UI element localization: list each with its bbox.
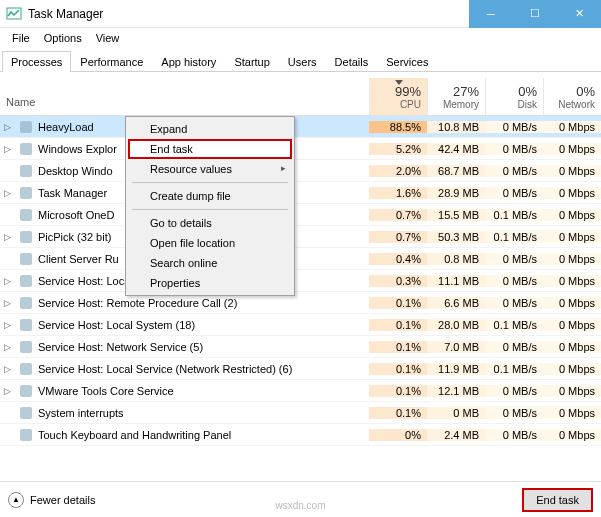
tab-processes[interactable]: Processes xyxy=(2,51,71,72)
cpu-cell: 2.0% xyxy=(369,165,427,177)
expand-icon[interactable]: ▷ xyxy=(0,320,14,330)
col-network[interactable]: 0% Network xyxy=(543,78,601,115)
network-cell: 0 Mbps xyxy=(543,385,601,397)
svg-rect-4 xyxy=(20,187,32,199)
expand-icon[interactable]: ▷ xyxy=(0,122,14,132)
table-row[interactable]: ▷Task Manager1.6%28.9 MB0 MB/s0 Mbps xyxy=(0,182,601,204)
network-cell: 0 Mbps xyxy=(543,297,601,309)
maximize-button[interactable]: ☐ xyxy=(513,0,557,28)
table-row[interactable]: Touch Keyboard and Handwriting Panel0%2.… xyxy=(0,424,601,446)
tab-app-history[interactable]: App history xyxy=(152,51,225,72)
memory-cell: 11.1 MB xyxy=(427,275,485,287)
table-row[interactable]: Client Server Ru0.4%0.8 MB0 MB/s0 Mbps xyxy=(0,248,601,270)
table-row[interactable]: ▷VMware Tools Core Service0.1%12.1 MB0 M… xyxy=(0,380,601,402)
expand-icon[interactable]: ▷ xyxy=(0,188,14,198)
disk-cell: 0 MB/s xyxy=(485,341,543,353)
process-icon xyxy=(18,141,34,157)
context-menu-item[interactable]: Create dump file xyxy=(128,186,292,206)
process-icon xyxy=(18,163,34,179)
svg-rect-5 xyxy=(20,209,32,221)
expand-icon[interactable]: ▷ xyxy=(0,232,14,242)
close-button[interactable]: ✕ xyxy=(557,0,601,28)
menu-view[interactable]: View xyxy=(90,30,126,46)
context-menu-item[interactable]: Properties xyxy=(128,273,292,293)
network-cell: 0 Mbps xyxy=(543,253,601,265)
context-menu-item[interactable]: Expand xyxy=(128,119,292,139)
col-memory-label: Memory xyxy=(434,99,479,110)
window-buttons: ─ ☐ ✕ xyxy=(469,0,601,28)
process-icon xyxy=(18,295,34,311)
chevron-up-icon: ▲ xyxy=(8,492,24,508)
memory-cell: 0.8 MB xyxy=(427,253,485,265)
expand-icon[interactable]: ▷ xyxy=(0,276,14,286)
disk-cell: 0 MB/s xyxy=(485,275,543,287)
expand-icon[interactable]: ▷ xyxy=(0,364,14,374)
disk-cell: 0 MB/s xyxy=(485,385,543,397)
menu-file[interactable]: File xyxy=(6,30,36,46)
network-cell: 0 Mbps xyxy=(543,341,601,353)
expand-icon[interactable]: ▷ xyxy=(0,386,14,396)
tab-startup[interactable]: Startup xyxy=(225,51,278,72)
cpu-cell: 0.1% xyxy=(369,385,427,397)
svg-rect-15 xyxy=(20,429,32,441)
table-row[interactable]: Desktop Windo2.0%68.7 MB0 MB/s0 Mbps xyxy=(0,160,601,182)
col-memory-pct: 27% xyxy=(434,84,479,99)
table-row[interactable]: ▷Windows Explor5.2%42.4 MB0 MB/s0 Mbps xyxy=(0,138,601,160)
fewer-details[interactable]: ▲ Fewer details xyxy=(8,492,95,508)
context-menu: ExpandEnd taskResource valuesCreate dump… xyxy=(125,116,295,296)
context-menu-item[interactable]: End task xyxy=(128,139,292,159)
menu-options[interactable]: Options xyxy=(38,30,88,46)
table-row[interactable]: ▷Service Host: Network Service (5)0.1%7.… xyxy=(0,336,601,358)
table-row[interactable]: ▷Service Host: Local Service (No Network… xyxy=(0,270,601,292)
context-menu-item[interactable]: Open file location xyxy=(128,233,292,253)
disk-cell: 0 MB/s xyxy=(485,429,543,441)
disk-cell: 0 MB/s xyxy=(485,187,543,199)
fewer-details-label: Fewer details xyxy=(30,494,95,506)
table-row[interactable]: ▷Service Host: Local Service (Network Re… xyxy=(0,358,601,380)
col-cpu[interactable]: 99% CPU xyxy=(369,78,427,115)
memory-cell: 7.0 MB xyxy=(427,341,485,353)
expand-icon[interactable]: ▷ xyxy=(0,342,14,352)
end-task-button[interactable]: End task xyxy=(522,488,593,512)
network-cell: 0 Mbps xyxy=(543,121,601,133)
network-cell: 0 Mbps xyxy=(543,363,601,375)
disk-cell: 0 MB/s xyxy=(485,143,543,155)
context-menu-item[interactable]: Resource values xyxy=(128,159,292,179)
tab-details[interactable]: Details xyxy=(326,51,378,72)
table-row[interactable]: ▷HeavyLoad88.5%10.8 MB0 MB/s0 Mbps xyxy=(0,116,601,138)
window-title: Task Manager xyxy=(28,7,469,21)
process-icon xyxy=(18,185,34,201)
tab-performance[interactable]: Performance xyxy=(71,51,152,72)
disk-cell: 0.1 MB/s xyxy=(485,319,543,331)
expand-icon[interactable]: ▷ xyxy=(0,298,14,308)
table-row[interactable]: System interrupts0.1%0 MB0 MB/s0 Mbps xyxy=(0,402,601,424)
expand-icon[interactable]: ▷ xyxy=(0,144,14,154)
process-name: Service Host: Network Service (5) xyxy=(38,341,369,353)
tab-services[interactable]: Services xyxy=(377,51,437,72)
process-list: ▷HeavyLoad88.5%10.8 MB0 MB/s0 Mbps▷Windo… xyxy=(0,116,601,446)
col-memory[interactable]: 27% Memory xyxy=(427,78,485,115)
minimize-button[interactable]: ─ xyxy=(469,0,513,28)
col-disk[interactable]: 0% Disk xyxy=(485,78,543,115)
table-row[interactable]: ▷Service Host: Remote Procedure Call (2)… xyxy=(0,292,601,314)
tab-users[interactable]: Users xyxy=(279,51,326,72)
context-menu-item[interactable]: Go to details xyxy=(128,213,292,233)
memory-cell: 28.0 MB xyxy=(427,319,485,331)
svg-rect-10 xyxy=(20,319,32,331)
process-icon xyxy=(18,251,34,267)
cpu-cell: 0.7% xyxy=(369,231,427,243)
svg-rect-8 xyxy=(20,275,32,287)
context-menu-item[interactable]: Search online xyxy=(128,253,292,273)
process-icon xyxy=(18,361,34,377)
table-row[interactable]: Microsoft OneD0.7%15.5 MB0.1 MB/s0 Mbps xyxy=(0,204,601,226)
disk-cell: 0 MB/s xyxy=(485,407,543,419)
table-row[interactable]: ▷Service Host: Local System (18)0.1%28.0… xyxy=(0,314,601,336)
col-name[interactable]: Name xyxy=(0,78,369,115)
cpu-cell: 0.1% xyxy=(369,407,427,419)
svg-rect-6 xyxy=(20,231,32,243)
process-icon xyxy=(18,383,34,399)
table-row[interactable]: ▷PicPick (32 bit)0.7%50.3 MB0.1 MB/s0 Mb… xyxy=(0,226,601,248)
col-network-pct: 0% xyxy=(550,84,595,99)
process-name: System interrupts xyxy=(38,407,369,419)
process-icon xyxy=(18,339,34,355)
